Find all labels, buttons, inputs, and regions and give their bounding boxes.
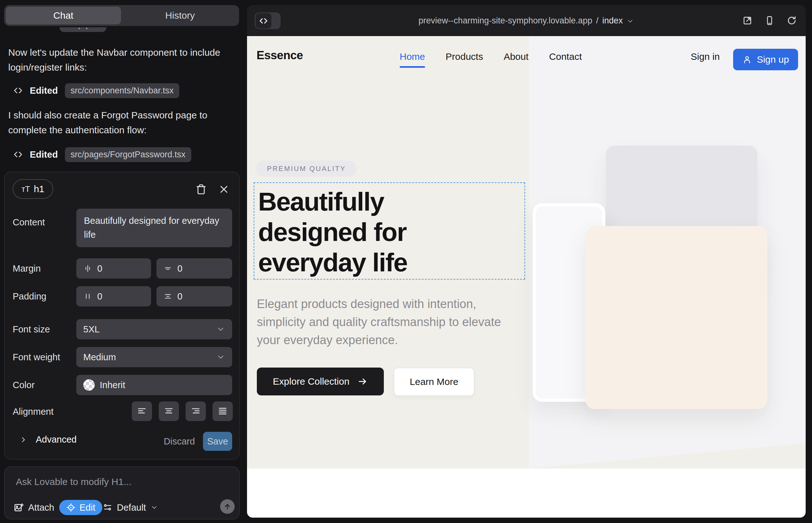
url-host: preview--charming-site-symphony.lovable.…: [419, 16, 593, 26]
refresh-button[interactable]: [787, 16, 797, 26]
margin-y-value: 0: [177, 264, 182, 274]
padding-x-input[interactable]: 0: [76, 286, 151, 306]
advanced-label: Advanced: [36, 434, 77, 445]
margin-label: Margin: [13, 264, 41, 274]
close-editor-button[interactable]: [216, 182, 231, 197]
padding-vertical-icon: [163, 292, 172, 301]
explore-collection-button[interactable]: Explore Collection: [257, 367, 384, 395]
edited-label: Edited: [30, 86, 58, 96]
chevron-down-icon: [151, 504, 158, 511]
sign-in-link[interactable]: Sign in: [691, 51, 720, 62]
chevron-down-icon: [626, 17, 634, 25]
align-left-icon: [137, 406, 147, 416]
mode-select[interactable]: Default: [103, 500, 158, 515]
padding-horizontal-icon: [83, 292, 92, 301]
preview-browser: preview--charming-site-symphony.lovable.…: [247, 5, 806, 518]
chat-composer: Attach Edit Default: [4, 466, 240, 520]
edited-file-pill[interactable]: src/pages/ForgotPassword.tsx: [65, 147, 191, 162]
nav-link-home[interactable]: Home: [400, 51, 425, 62]
user-icon: [742, 55, 752, 64]
sidebar-tabbar: Chat History: [4, 5, 239, 26]
align-justify-icon: [217, 406, 228, 416]
learn-more-button[interactable]: Learn More: [394, 367, 474, 396]
save-button[interactable]: Save: [203, 432, 232, 451]
font-weight-value: Medium: [83, 352, 116, 362]
edited-file-pill[interactable]: src/components/Navbar.tsx: [65, 83, 180, 98]
margin-x-input[interactable]: 0: [76, 258, 151, 278]
url-bar[interactable]: preview--charming-site-symphony.lovable.…: [247, 5, 806, 36]
edited-label: Edited: [30, 149, 58, 160]
sign-up-button[interactable]: Sign up: [733, 49, 798, 70]
align-right-icon: [191, 406, 201, 416]
site-logo[interactable]: Essence: [257, 49, 303, 62]
color-select[interactable]: Inherit: [76, 375, 232, 395]
code-icon: [13, 86, 23, 95]
attach-label: Attach: [28, 502, 54, 513]
chevron-down-icon: [216, 325, 225, 334]
advanced-toggle[interactable]: Advanced: [19, 434, 77, 445]
code-icon: [13, 150, 23, 159]
element-editor-panel: тT h1 Content Beautifully designed for e…: [4, 172, 240, 460]
send-button[interactable]: [220, 499, 235, 514]
open-external-button[interactable]: [742, 16, 753, 26]
align-center-button[interactable]: [159, 401, 179, 421]
font-weight-label: Font weight: [13, 352, 60, 362]
chat-message: I should also create a Forgot Password p…: [8, 108, 234, 138]
hero-heading[interactable]: Beautifully designed for everyday life: [258, 186, 407, 278]
trash-icon: [196, 184, 207, 195]
align-left-button[interactable]: [132, 401, 152, 421]
hero-heading-line: designed for: [258, 217, 407, 247]
margin-horizontal-icon: [83, 264, 92, 273]
attach-image-icon: [14, 502, 24, 512]
padding-y-input[interactable]: 0: [156, 286, 232, 306]
discard-button[interactable]: Discard: [164, 436, 195, 447]
hero-paragraph: Elegant products designed with intention…: [257, 295, 513, 349]
attach-button[interactable]: Attach: [14, 500, 54, 515]
hero-heading-line: everyday life: [258, 247, 407, 278]
font-weight-select[interactable]: Medium: [76, 347, 232, 367]
arrow-right-icon: [357, 376, 368, 386]
lovable-workspace: Chat History Now let's update the Navbar…: [0, 0, 812, 523]
clipped-message-pill: [59, 27, 106, 32]
site-nav: Home Products About Contact: [400, 51, 582, 62]
delete-element-button[interactable]: [194, 182, 209, 197]
margin-vertical-icon: [163, 264, 172, 273]
premium-quality-badge: PREMIUM QUALITY: [256, 161, 357, 177]
color-swatch-transparent: [83, 379, 95, 391]
color-value: Inherit: [100, 380, 125, 390]
content-field[interactable]: Beautifully designed for everyday life: [76, 209, 232, 247]
chevron-right-icon: [19, 436, 28, 444]
close-icon: [219, 184, 229, 194]
align-justify-button[interactable]: [212, 401, 233, 421]
margin-x-value: 0: [97, 264, 102, 274]
edit-mode-button[interactable]: Edit: [59, 500, 102, 515]
edited-file-row[interactable]: Edited src/pages/ForgotPassword.tsx: [13, 147, 191, 162]
padding-y-value: 0: [177, 291, 182, 302]
content-label: Content: [13, 217, 45, 228]
tab-history[interactable]: History: [121, 5, 239, 26]
align-center-icon: [164, 406, 174, 416]
browser-actions: [742, 5, 797, 36]
nav-link-products[interactable]: Products: [446, 51, 483, 62]
tab-chat[interactable]: Chat: [6, 7, 121, 24]
nav-link-about[interactable]: About: [504, 51, 528, 62]
mobile-view-button[interactable]: [764, 16, 775, 26]
align-right-button[interactable]: [186, 401, 206, 421]
edited-file-row[interactable]: Edited src/components/Navbar.tsx: [13, 83, 179, 98]
tab-chat-label: Chat: [53, 10, 73, 21]
sliders-icon: [103, 503, 112, 512]
content-value: Beautifully designed for everyday life: [84, 214, 225, 241]
margin-y-input[interactable]: 0: [156, 258, 232, 278]
url-page: index: [602, 16, 623, 26]
font-size-select[interactable]: 5XL: [76, 319, 232, 339]
nav-link-contact[interactable]: Contact: [549, 51, 582, 62]
padding-x-value: 0: [97, 291, 102, 302]
decorative-card-beige: [586, 226, 767, 409]
element-tag-chip[interactable]: тT h1: [13, 179, 53, 199]
arrow-up-icon: [223, 502, 231, 511]
chat-message: Now let's update the Navbar component to…: [8, 45, 234, 75]
edit-label: Edit: [80, 502, 95, 513]
sign-up-label: Sign up: [757, 54, 789, 65]
chevron-down-icon: [216, 353, 225, 362]
composer-input[interactable]: [15, 476, 224, 493]
